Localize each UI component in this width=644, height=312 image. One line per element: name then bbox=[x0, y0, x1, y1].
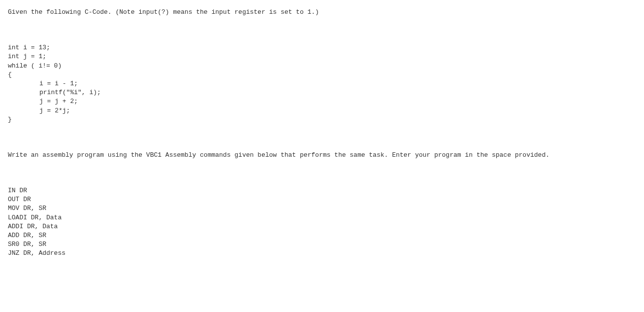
asm-line: ADDI DR, Data bbox=[8, 222, 636, 231]
code-line: i = i - 1; bbox=[8, 79, 636, 88]
asm-line: IN DR bbox=[8, 186, 636, 195]
code-line: j = 2*j; bbox=[8, 106, 636, 115]
code-line: int j = 1; bbox=[8, 52, 636, 61]
code-line: } bbox=[8, 115, 636, 124]
spacer bbox=[8, 124, 636, 151]
code-line: printf("%i", i); bbox=[8, 88, 636, 97]
asm-line: LOADI DR, Data bbox=[8, 213, 636, 222]
intro-text: Given the following C-Code. (Note input(… bbox=[8, 8, 636, 17]
spacer bbox=[8, 17, 636, 43]
spacer bbox=[8, 160, 636, 186]
instruction-text: Write an assembly program using the VBC1… bbox=[8, 151, 636, 160]
asm-line: ADD DR, SR bbox=[8, 231, 636, 240]
code-line: while ( i!= 0) bbox=[8, 62, 636, 70]
code-line: int i = 13; bbox=[8, 43, 636, 52]
asm-line: JNZ DR, Address bbox=[8, 249, 636, 258]
asm-line: MOV DR, SR bbox=[8, 204, 636, 213]
asm-line: OUT DR bbox=[8, 195, 636, 204]
code-line: j = j + 2; bbox=[8, 97, 636, 106]
asm-line: SR0 DR, SR bbox=[8, 240, 636, 249]
code-line: { bbox=[8, 70, 636, 79]
